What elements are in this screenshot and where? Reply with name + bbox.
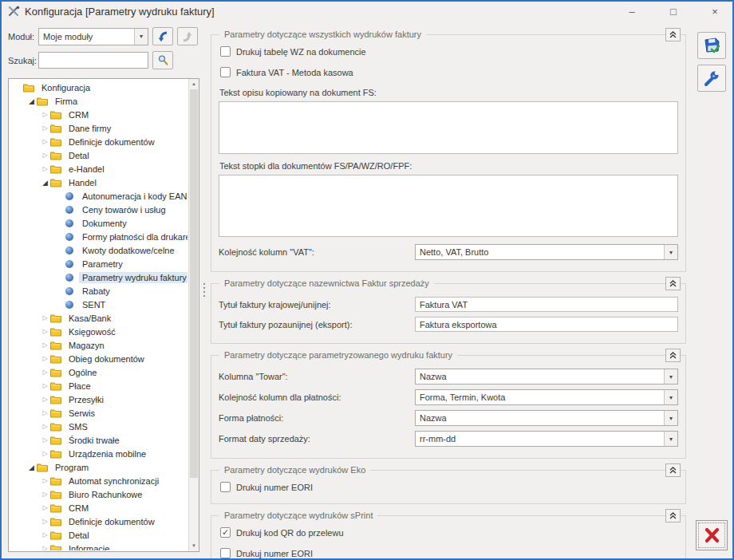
tree-item[interactable]: ◢Handel	[10, 175, 187, 189]
expand-node-icon[interactable]: ▷	[40, 152, 50, 159]
expand-node-icon[interactable]: ▷	[40, 124, 50, 132]
expand-node-icon[interactable]: ▷	[40, 328, 50, 335]
tree-item[interactable]: Formy płatności dla drukare...	[10, 230, 187, 243]
tree-scrollbar[interactable]: ▲ ▼	[188, 79, 199, 551]
tree-item[interactable]: Kwoty dodatkowe/celne	[10, 243, 187, 257]
tree-item[interactable]: ▷Księgowość	[10, 325, 187, 338]
collapse-tree-button[interactable]	[152, 27, 173, 45]
tree-item[interactable]: ▷Automat synchronizacji	[10, 474, 187, 487]
checkbox-drukuj-tabele-wz[interactable]	[220, 46, 231, 57]
tree-item[interactable]: Konfiguracja	[10, 81, 187, 94]
expand-node-icon[interactable]: ▷	[40, 423, 50, 430]
tree-item[interactable]: Dokumenty	[10, 216, 187, 230]
payment-form-select[interactable]: Nazwa ▾	[415, 410, 678, 426]
tree-item[interactable]: ▷Przesyłki	[10, 392, 187, 406]
tree-item[interactable]: Rabaty	[10, 284, 187, 298]
checkbox-sprint-drukuj-eori[interactable]	[220, 548, 231, 558]
chevron-down-icon[interactable]: ▾	[664, 432, 677, 446]
wrench-button[interactable]	[697, 65, 726, 92]
expand-node-icon[interactable]: ▷	[40, 382, 50, 389]
collapse-node-icon[interactable]: ◢	[26, 97, 37, 105]
payment-columns-order-select[interactable]: Forma, Termin, Kwota ▾	[415, 389, 678, 405]
tree-item[interactable]: Parametry	[10, 257, 187, 270]
expand-node-icon[interactable]: ▷	[40, 504, 50, 511]
tree-item[interactable]: ▷CRM	[10, 501, 187, 515]
tree-item[interactable]: ▷Urządzenia mobilne	[10, 447, 187, 460]
towar-column-select[interactable]: Nazwa ▾	[415, 369, 678, 385]
tree-item[interactable]: ▷Środki trwałe	[10, 433, 187, 447]
vat-columns-select[interactable]: Netto, VAT, Brutto ▾	[415, 244, 678, 260]
footer-textarea[interactable]	[219, 175, 678, 237]
chevron-down-icon[interactable]: ▾	[134, 29, 148, 45]
tree-item[interactable]: Autonumeracja i kody EAN	[10, 189, 187, 203]
tree-item[interactable]: ▷SMS	[10, 420, 187, 433]
sale-date-format-select[interactable]: rr-mm-dd ▾	[415, 431, 678, 447]
save-button[interactable]	[697, 32, 726, 59]
tree-item[interactable]: ▷Detal	[10, 148, 187, 162]
tree-item[interactable]: ▷Detal	[10, 528, 187, 542]
expand-node-icon[interactable]: ▷	[40, 545, 50, 550]
expand-node-icon[interactable]: ▷	[40, 369, 50, 376]
chevron-down-icon[interactable]: ▾	[664, 245, 677, 259]
collapse-group-button[interactable]	[665, 28, 681, 41]
checkbox-eko-drukuj-eori[interactable]	[220, 482, 231, 492]
expand-node-icon[interactable]: ▷	[40, 450, 50, 457]
collapse-node-icon[interactable]: ◢	[26, 463, 37, 471]
checkbox-faktura-vat-metoda-kasowa[interactable]	[220, 67, 231, 77]
expand-node-icon[interactable]: ▷	[40, 531, 50, 538]
tree-item[interactable]: SENT	[10, 298, 187, 311]
tree-item[interactable]: ◢Firma	[10, 94, 187, 108]
tree-item[interactable]: ▷Płace	[10, 379, 187, 392]
domestic-invoice-title-input[interactable]: Faktura VAT	[415, 297, 678, 312]
expand-node-icon[interactable]: ▷	[40, 491, 50, 498]
tree-item[interactable]: ▷Obieg dokumentów	[10, 352, 187, 365]
expand-node-icon[interactable]: ▷	[40, 477, 50, 484]
tree-item[interactable]: ▷Definicje dokumentów	[10, 515, 187, 528]
tree-item[interactable]: ▷Definicje dokumentów	[10, 135, 187, 148]
expand-node-icon[interactable]: ▷	[40, 518, 50, 525]
expand-node-icon[interactable]: ▷	[40, 314, 50, 321]
export-invoice-title-input[interactable]: Faktura eksportowa	[415, 317, 678, 332]
scroll-down-icon[interactable]: ▼	[189, 541, 199, 551]
checkbox-drukuj-kod-qr[interactable]: ✓	[220, 527, 231, 538]
tree-item[interactable]: ▷Magazyn	[10, 338, 187, 352]
tree-item[interactable]: ▷Informacje	[10, 542, 187, 550]
expand-node-icon[interactable]: ▷	[40, 138, 50, 145]
collapse-group-button[interactable]	[665, 349, 681, 362]
module-select[interactable]: Moje moduły ▾	[38, 28, 148, 45]
expand-node-icon[interactable]: ▷	[40, 111, 50, 118]
search-button[interactable]	[152, 51, 173, 69]
chevron-down-icon[interactable]: ▾	[664, 390, 677, 404]
tree-item[interactable]: ▷Ogólne	[10, 365, 187, 379]
collapse-node-icon[interactable]: ◢	[40, 179, 50, 187]
scroll-up-icon[interactable]: ▲	[189, 79, 199, 89]
expand-node-icon[interactable]: ▷	[40, 165, 50, 172]
tree-item[interactable]: ▷Biuro Rachunkowe	[10, 487, 187, 501]
tree-item[interactable]: ▷Serwis	[10, 406, 187, 420]
cancel-button[interactable]	[696, 520, 728, 550]
minimize-button[interactable]: –	[625, 6, 638, 18]
scrollbar-thumb[interactable]	[190, 89, 198, 478]
tree-item[interactable]: ▷Kasa/Bank	[10, 311, 187, 325]
collapse-group-button[interactable]	[665, 509, 681, 523]
search-input[interactable]	[38, 52, 148, 69]
tree-item[interactable]: ▷e-Handel	[10, 162, 187, 175]
splitter-handle[interactable]	[199, 21, 209, 558]
tree-item[interactable]: Ceny towarów i usług	[10, 203, 187, 216]
chevron-down-icon[interactable]: ▾	[664, 411, 677, 425]
tree-item[interactable]: ▷Dane firmy	[10, 121, 187, 135]
tree-item[interactable]: Parametry wydruku faktury	[10, 270, 187, 284]
collapse-group-button[interactable]	[665, 463, 681, 477]
expand-node-icon[interactable]: ▷	[40, 436, 50, 444]
expand-node-icon[interactable]: ▷	[40, 409, 50, 416]
close-button[interactable]: ×	[708, 6, 721, 18]
collapse-group-button[interactable]	[665, 277, 681, 290]
maximize-button[interactable]: □	[667, 6, 680, 18]
expand-node-icon[interactable]: ▷	[40, 355, 50, 362]
tree-item[interactable]: ▷CRM	[10, 108, 187, 121]
tree-item[interactable]: ◢Program	[10, 460, 187, 474]
chevron-down-icon[interactable]: ▾	[664, 369, 677, 384]
expand-node-icon[interactable]: ▷	[40, 396, 50, 403]
expand-node-icon[interactable]: ▷	[40, 341, 50, 349]
desc-textarea[interactable]	[219, 101, 678, 154]
